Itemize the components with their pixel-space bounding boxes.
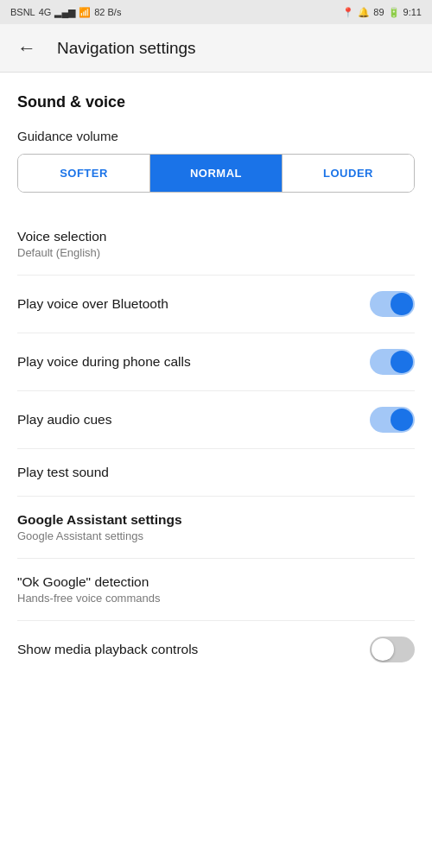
voice-selection-row[interactable]: Voice selection Default (English): [17, 213, 415, 275]
signal-bars-icon: ▂▄▆: [54, 7, 75, 18]
page-title: Navigation settings: [57, 39, 196, 58]
toggle-thumb: [372, 638, 394, 661]
google-assistant-row[interactable]: Google Assistant settings Google Assista…: [17, 497, 415, 558]
play-audio-cues-label: Play audio cues: [17, 412, 111, 428]
status-left: BSNL 4G ▂▄▆ 📶 82 B/s: [10, 7, 121, 18]
time-display: 9:11: [403, 7, 422, 17]
play-audio-cues-toggle[interactable]: [370, 407, 415, 433]
main-content: Sound & voice Guidance volume SOFTER NOR…: [0, 73, 432, 692]
ok-google-label: "Ok Google" detection: [17, 574, 415, 590]
volume-selector: SOFTER NORMAL LOUDER: [17, 154, 415, 193]
location-icon: 📍: [342, 7, 354, 18]
show-media-playback-row: Show media playback controls: [17, 621, 415, 678]
toggle-thumb: [391, 293, 413, 315]
download-speed: 82 B/s: [94, 7, 121, 17]
play-voice-calls-row: Play voice during phone calls: [17, 333, 415, 390]
battery-level: 89: [373, 7, 384, 17]
ok-google-row[interactable]: "Ok Google" detection Hands-free voice c…: [17, 559, 415, 620]
status-bar: BSNL 4G ▂▄▆ 📶 82 B/s 📍 🔔 89 🔋 9:11: [0, 0, 432, 24]
play-voice-calls-toggle[interactable]: [370, 349, 415, 375]
back-button[interactable]: ←: [14, 34, 40, 63]
voice-selection-label: Voice selection: [17, 229, 415, 244]
volume-louder-button[interactable]: LOUDER: [283, 155, 414, 192]
volume-softer-button[interactable]: SOFTER: [18, 155, 150, 192]
play-audio-cues-row: Play audio cues: [17, 391, 415, 448]
wifi-icon: 📶: [79, 7, 91, 18]
guidance-volume-label: Guidance volume: [17, 129, 415, 143]
toggle-thumb: [391, 351, 413, 373]
play-voice-bluetooth-row: Play voice over Bluetooth: [17, 276, 415, 333]
play-test-sound-row[interactable]: Play test sound: [17, 449, 415, 496]
play-voice-calls-label: Play voice during phone calls: [17, 354, 191, 370]
google-assistant-sublabel: Google Assistant settings: [17, 529, 415, 542]
carrier-text: BSNL: [10, 7, 35, 17]
voice-selection-sublabel: Default (English): [17, 246, 415, 259]
signal-text: 4G: [39, 7, 52, 17]
play-test-sound-label: Play test sound: [17, 465, 415, 480]
section-title-sound-voice: Sound & voice: [17, 93, 415, 111]
play-voice-bluetooth-toggle[interactable]: [370, 291, 415, 317]
play-voice-bluetooth-label: Play voice over Bluetooth: [17, 296, 168, 312]
status-right: 📍 🔔 89 🔋 9:11: [342, 7, 422, 18]
toggle-thumb: [391, 409, 413, 431]
top-bar: ← Navigation settings: [0, 24, 432, 73]
show-media-playback-toggle[interactable]: [370, 637, 415, 662]
ok-google-sublabel: Hands-free voice commands: [17, 592, 415, 605]
battery-icon: 🔋: [388, 7, 400, 18]
google-assistant-label: Google Assistant settings: [17, 512, 415, 528]
show-media-playback-label: Show media playback controls: [17, 642, 198, 657]
volume-normal-button[interactable]: NORMAL: [150, 155, 283, 192]
notification-icon: 🔔: [358, 7, 370, 18]
